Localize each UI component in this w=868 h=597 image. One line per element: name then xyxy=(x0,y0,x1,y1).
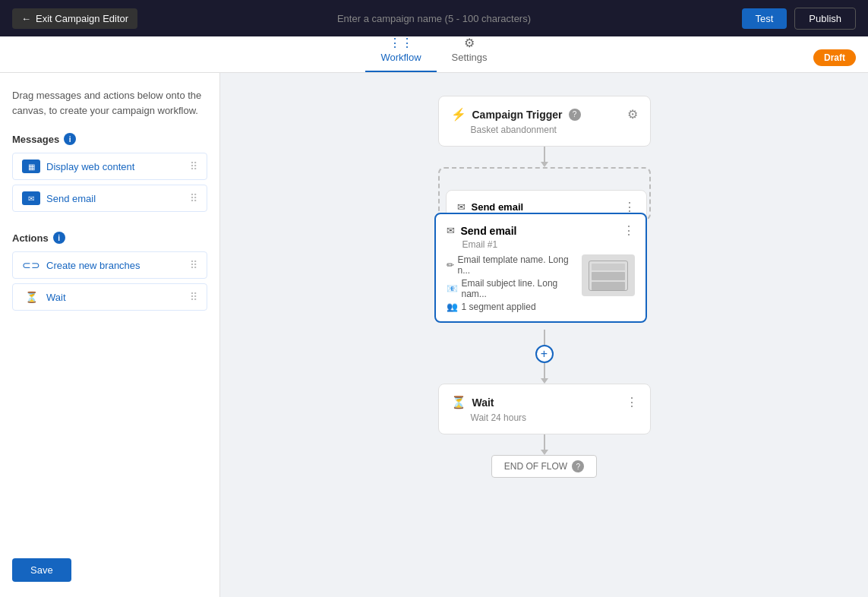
arrow-head-2 xyxy=(541,378,548,384)
email-front-detail3: 👥 1 segment applied xyxy=(447,302,576,312)
email-front-icon: ✉ xyxy=(447,225,455,236)
tab-workflow[interactable]: ⋮⋮ Workflow xyxy=(365,36,436,72)
top-nav: ← Exit Campaign Editor Test Publish xyxy=(0,0,868,36)
email-front-menu[interactable]: ⋮ xyxy=(623,223,635,238)
drag-handle: ⠿ xyxy=(190,259,197,271)
exit-campaign-editor-button[interactable]: ← Exit Campaign Editor xyxy=(12,8,137,29)
trigger-help-icon[interactable]: ? xyxy=(569,109,581,121)
arrow-line xyxy=(544,147,545,162)
trigger-title: Campaign Trigger xyxy=(472,109,563,121)
actions-title: Actions i xyxy=(12,232,207,244)
pencil-icon2: ✏ xyxy=(447,260,454,270)
arrow-left-icon: ← xyxy=(21,13,31,24)
campaign-name-input[interactable] xyxy=(320,13,548,24)
wait-icon: ⏳ xyxy=(22,290,40,304)
sidebar: Drag messages and actions below onto the… xyxy=(0,73,220,597)
end-of-flow: END OF FLOW ? xyxy=(491,455,597,478)
drag-handle: ⠿ xyxy=(190,291,197,303)
publish-button[interactable]: Publish xyxy=(794,8,856,30)
email-front-thumb xyxy=(582,254,635,296)
arrow-line-3 xyxy=(544,363,545,378)
drag-wait[interactable]: ⏳ Wait ⠿ xyxy=(12,283,207,311)
tab-settings[interactable]: ⚙ Settings xyxy=(437,36,503,72)
actions-section: Actions i ⊂⊃ Create new branches ⠿ ⏳ Wai… xyxy=(12,232,207,315)
wait-menu[interactable]: ⋮ xyxy=(626,395,638,409)
envelope-icon2: 📧 xyxy=(447,283,458,294)
wait-subtitle: Wait 24 hours xyxy=(451,412,638,423)
test-button[interactable]: Test xyxy=(742,8,788,29)
messages-section: Messages i ▦ Display web content ⠿ ✉ Sen… xyxy=(12,133,207,216)
create-branches-icon: ⊂⊃ xyxy=(22,258,40,272)
people-icon2: 👥 xyxy=(447,302,458,312)
save-button[interactable]: Save xyxy=(12,558,71,582)
email-node-front[interactable]: ✉ Send email ⋮ Email #1 ✏ Email template… xyxy=(434,213,647,323)
gear-settings-icon: ⚙ xyxy=(464,36,475,50)
workflow-icon: ⋮⋮ xyxy=(389,36,413,50)
draft-badge: Draft xyxy=(813,49,856,66)
wait-clock-icon: ⏳ xyxy=(451,395,466,409)
arrow-line-4 xyxy=(544,434,545,450)
email-front-detail2: 📧 Email subject line. Long nam... xyxy=(447,278,576,299)
sidebar-description: Drag messages and actions below onto the… xyxy=(12,88,207,118)
campaign-trigger-node[interactable]: ⚡ Campaign Trigger ? ⚙ Basket abandonmen… xyxy=(438,96,651,147)
wait-node[interactable]: ⏳ Wait ⋮ Wait 24 hours xyxy=(438,384,651,434)
workflow-canvas[interactable]: ⚡ Campaign Trigger ? ⚙ Basket abandonmen… xyxy=(220,73,868,597)
tabs-bar: ⋮⋮ Workflow ⚙ Settings Draft xyxy=(0,36,868,73)
end-of-flow-label: END OF FLOW xyxy=(504,461,567,472)
top-nav-right: Test Publish xyxy=(742,8,856,30)
drag-display-web-content[interactable]: ▦ Display web content ⠿ xyxy=(12,153,207,180)
add-step-button[interactable]: + xyxy=(535,345,554,363)
arrow-head xyxy=(541,162,548,167)
drag-send-email[interactable]: ✉ Send email ⠿ xyxy=(12,185,207,212)
arrow-line-2 xyxy=(544,330,545,345)
actions-info-icon: i xyxy=(53,232,65,244)
send-email-icon: ✉ xyxy=(22,191,40,205)
email-front-detail1: ✏ Email template name. Long n... xyxy=(447,254,576,276)
drag-handle: ⠿ xyxy=(190,192,197,204)
drag-handle: ⠿ xyxy=(190,160,197,172)
end-of-flow-help-icon[interactable]: ? xyxy=(572,460,584,472)
workflow-container: ⚡ Campaign Trigger ? ⚙ Basket abandonmen… xyxy=(355,88,734,582)
arrow-head-3 xyxy=(541,450,548,455)
connector-end xyxy=(541,434,548,455)
trigger-settings-icon[interactable]: ⚙ xyxy=(627,107,638,122)
display-web-content-icon: ▦ xyxy=(22,160,40,173)
drag-create-branches[interactable]: ⊂⊃ Create new branches ⠿ xyxy=(12,251,207,279)
wait-title: Wait xyxy=(472,396,494,409)
email-front-subtitle: Email #1 xyxy=(447,239,635,250)
main-layout: Drag messages and actions below onto the… xyxy=(0,73,868,597)
messages-title: Messages i xyxy=(12,133,207,145)
email-back-title: Send email xyxy=(472,201,524,213)
connector-1 xyxy=(541,147,548,167)
bolt-icon: ⚡ xyxy=(451,107,466,122)
trigger-subtitle: Basket abandonment xyxy=(451,125,638,135)
messages-info-icon: i xyxy=(64,133,76,145)
email-front-title: Send email xyxy=(461,225,517,237)
email-back-icon: ✉ xyxy=(457,201,466,213)
plus-connector: + xyxy=(535,330,554,384)
overlap-zone: ✉ Send email ⋮ Email #1 ✏ Email template… xyxy=(434,167,655,327)
